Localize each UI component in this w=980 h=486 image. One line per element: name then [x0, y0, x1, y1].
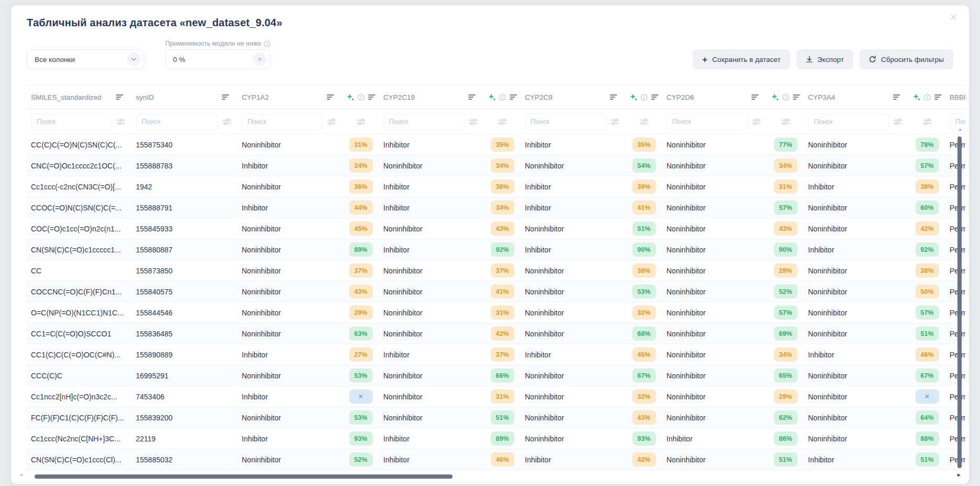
cell-cyp2c19-confidence: 37%: [484, 344, 521, 365]
table-row[interactable]: CCOC(=O)N(C)SN(C)C(=...155888791Inhibito…: [27, 197, 965, 218]
table-row[interactable]: COCCNC(=O)C(F)(F)Cn1...155840575Noninhib…: [27, 281, 965, 302]
table-row[interactable]: CC1=C(C(=O)O)SCCO1155836485Noninhibitor6…: [27, 323, 965, 344]
cell-cyp2c9-confidence: 93%: [626, 428, 662, 449]
sort-filter-icon[interactable]: [116, 94, 123, 100]
cell-cyp3a4-confidence: 50%: [909, 281, 945, 302]
cell-cyp3a4: Noninhibitor: [804, 260, 909, 281]
search-input[interactable]: [247, 118, 317, 125]
search-input[interactable]: [672, 118, 742, 125]
cell-cyp2c19-confidence: 46%: [484, 449, 521, 470]
cell-cyp1a2-confidence: 34%: [342, 155, 379, 176]
table-row[interactable]: CC1(C)C(C(=O)OC(C#N)...155890889Inhibito…: [27, 344, 965, 365]
filter-settings-icon[interactable]: [116, 118, 125, 125]
sort-filter-icon[interactable]: [893, 94, 900, 100]
cell-cyp1a2-confidence: 63%: [342, 323, 379, 344]
horizontal-scrollbar[interactable]: [35, 474, 453, 479]
applicability-input[interactable]: [173, 56, 241, 64]
search-input[interactable]: [955, 118, 965, 125]
table-row[interactable]: Cc1ccc(Nc2nc(C[NH+]3C...22119Inhibitor93…: [27, 428, 965, 449]
cell-cyp3a4: Noninhibitor: [804, 407, 909, 428]
cell-cyp2c19-confidence: 66%: [484, 365, 521, 386]
cell-cyp2c9: Noninhibitor: [521, 386, 626, 407]
table-row[interactable]: Cc1ncc2[nH]c(=O)n3c2c...7453406Inhibitor…: [27, 386, 965, 407]
table-row[interactable]: CNC(=O)Oc1cccc2c1OC(...155888783Inhibito…: [27, 155, 965, 176]
search-input[interactable]: [142, 118, 212, 125]
search-input[interactable]: [814, 118, 884, 125]
filter-settings-icon[interactable]: [498, 118, 507, 125]
table-row[interactable]: CCC(C)C16995291Noninhibitor53%Noninhibit…: [27, 365, 965, 386]
table-row[interactable]: CN(SN(C)C(=O)c1ccccc1...155880887Noninhi…: [27, 239, 965, 260]
cell-cyp2c9: Noninhibitor: [521, 407, 626, 428]
table-row[interactable]: CC(C)C(=O)N(C)SN(C)C(...155875340Noninhi…: [27, 134, 965, 155]
search-input[interactable]: [531, 118, 600, 125]
chevron-down-icon[interactable]: [127, 52, 141, 66]
filter-settings-icon[interactable]: [357, 118, 365, 125]
scroll-up-icon[interactable]: ▲: [958, 127, 962, 132]
sort-filter-icon[interactable]: [468, 94, 476, 100]
confidence-badge: 53%: [632, 284, 656, 299]
filter-settings-icon[interactable]: [752, 118, 761, 125]
cell-cyp1a2: Noninhibitor: [238, 260, 342, 281]
sort-filter-icon[interactable]: [934, 94, 942, 100]
table-row[interactable]: CC155873850Noninhibitor37%Noninhibitor37…: [27, 260, 965, 281]
filter-settings-icon[interactable]: [610, 118, 619, 125]
table-row[interactable]: O=C(NP(=O)(N1CC1)N1C...155844546Noninhib…: [27, 302, 965, 323]
sort-filter-icon[interactable]: [751, 94, 759, 100]
cell-cyp2c9: Noninhibitor: [521, 218, 626, 239]
confidence-badge: 89%: [491, 431, 514, 446]
reset-filters-button[interactable]: Сбросить фильтры: [859, 49, 953, 69]
cell-cyp1a2: Inhibitor: [238, 197, 342, 218]
filter-settings-icon[interactable]: [923, 118, 932, 125]
cell-cyp2c19: Inhibitor: [379, 344, 484, 365]
filter-settings-icon[interactable]: [327, 118, 336, 125]
filter-settings-icon[interactable]: [893, 118, 902, 125]
sort-filter-icon[interactable]: [793, 94, 800, 100]
export-button[interactable]: Экспорт: [796, 49, 854, 69]
columns-select[interactable]: Все колонки: [27, 49, 144, 69]
cell-cyp2c19-confidence: 37%: [484, 260, 521, 281]
cell-cyp2c19: Noninhibitor: [379, 155, 484, 176]
scroll-left-icon[interactable]: ◄: [18, 472, 24, 478]
sort-filter-icon[interactable]: [510, 94, 517, 100]
cell-cyp2d6: Noninhibitor: [662, 134, 767, 155]
confidence-badge: 34%: [491, 159, 514, 173]
sort-filter-icon[interactable]: [327, 94, 334, 100]
sort-filter-icon[interactable]: [222, 94, 229, 100]
cell-cyp2d6-confidence: 34%: [767, 344, 804, 365]
table-row[interactable]: CN(SN(C)C(=O)c1ccc(Cl)...155885032Noninh…: [27, 449, 965, 470]
search-input[interactable]: [37, 118, 106, 125]
cell-synid: 155836485: [132, 323, 238, 344]
confidence-badge: 50%: [916, 284, 939, 299]
filter-settings-icon[interactable]: [781, 118, 790, 125]
ai-sparkle-icon: [913, 93, 920, 101]
search-input[interactable]: [389, 118, 459, 125]
table-row[interactable]: COC(=O)c1cc(=O)n2c(n1...155845933Noninhi…: [27, 218, 965, 239]
cell-smiles: Cc1ccc(-c2nc(CN3C(=O)[...: [27, 176, 132, 197]
cell-cyp3a4: Noninhibitor: [804, 281, 909, 302]
cell-cyp3a4: Noninhibitor: [804, 134, 909, 155]
reset-button-label: Сбросить фильтры: [881, 56, 944, 64]
cell-cyp3a4-confidence: 39%: [909, 176, 945, 197]
clear-icon[interactable]: ✕: [253, 52, 266, 66]
cell-bbbp: Permeable: [945, 218, 965, 239]
applicability-label: Применимость модели не ниже: [165, 40, 271, 47]
filter-cell-cyp2c19-confidence: [484, 109, 521, 134]
confidence-badge: 51%: [491, 410, 514, 425]
scroll-right-icon[interactable]: ►: [956, 472, 962, 478]
sort-filter-icon[interactable]: [610, 94, 617, 100]
filter-settings-icon[interactable]: [222, 118, 231, 125]
info-icon: [358, 94, 364, 101]
close-icon[interactable]: ✕: [950, 13, 957, 22]
table-row[interactable]: Cc1ccc(-c2nc(CN3C(=O)[...1942Noninhibito…: [27, 176, 965, 197]
table-row[interactable]: FC(F)(F)C1(C)C(F)(F)C(F)...155839200Noni…: [27, 407, 965, 428]
save-to-dataset-button[interactable]: + Сохранить в датасет: [693, 49, 790, 69]
filter-settings-icon[interactable]: [640, 118, 649, 125]
confidence-badge: 57%: [774, 200, 798, 215]
confidence-badge: 31%: [491, 305, 514, 320]
filter-settings-icon[interactable]: [469, 118, 478, 125]
cell-cyp1a2: Noninhibitor: [238, 239, 342, 260]
cell-cyp2d6-confidence: 77%: [767, 134, 804, 155]
vertical-scrollbar[interactable]: [957, 136, 962, 468]
sort-filter-icon[interactable]: [651, 94, 659, 100]
sort-filter-icon[interactable]: [368, 94, 375, 100]
